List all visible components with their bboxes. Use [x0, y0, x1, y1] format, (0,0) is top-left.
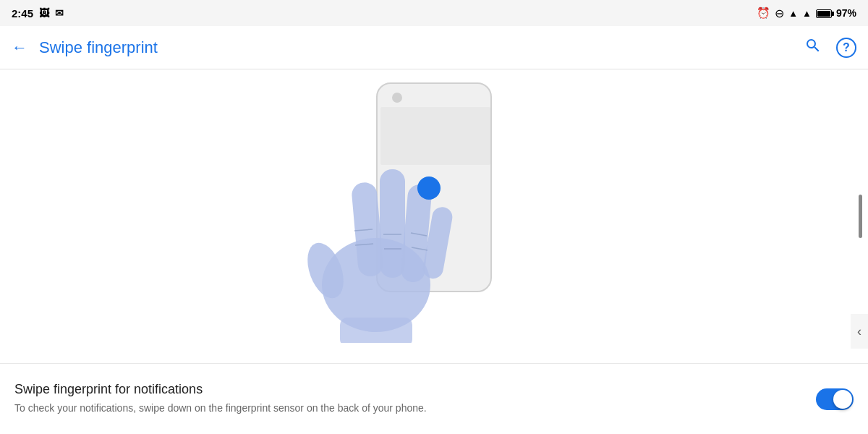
dnd-icon: ⊖ [775, 7, 784, 20]
svg-rect-3 [380, 169, 405, 278]
status-left: 2:45 🖼 ✉ [12, 7, 64, 20]
settings-text-block: Swipe fingerprint for notifications To c… [14, 382, 801, 416]
main-illustration-area: ‹ [0, 69, 868, 363]
fingerprint-sensor-dot [417, 176, 441, 200]
mail-icon: ✉ [55, 7, 64, 19]
app-bar: ← Swipe fingerprint ? [0, 26, 868, 69]
phone-camera [392, 93, 402, 103]
toggle-title: Swipe fingerprint for notifications [14, 382, 801, 397]
page-title: Swipe fingerprint [39, 38, 804, 57]
scrollbar-thumb[interactable] [859, 195, 862, 238]
fingerprint-notifications-toggle[interactable] [816, 388, 854, 410]
back-button[interactable]: ← [12, 38, 27, 57]
toggle-subtitle: To check your notifications, swipe down … [14, 401, 629, 416]
app-bar-actions: ? [804, 37, 856, 59]
alarm-icon: ⏰ [757, 7, 770, 20]
photo-icon: 🖼 [39, 7, 49, 19]
battery-container [816, 8, 832, 19]
status-icons: ⏰ ⊖ ▲ ▲ 97% [757, 7, 856, 20]
toggle-thumb [833, 390, 852, 409]
settings-row: Swipe fingerprint for notifications To c… [0, 363, 868, 434]
status-bar: 2:45 🖼 ✉ ⏰ ⊖ ▲ ▲ 97% [0, 0, 868, 26]
search-button[interactable] [804, 37, 822, 59]
battery-percent: 97% [836, 7, 856, 19]
help-button[interactable]: ? [836, 38, 856, 58]
signal-icon: ▲ [802, 8, 812, 19]
collapse-panel-button[interactable]: ‹ [851, 314, 868, 349]
time-display: 2:45 [12, 7, 33, 20]
hand-illustration [282, 126, 463, 346]
wifi-icon: ▲ [788, 8, 798, 19]
svg-rect-12 [340, 318, 412, 343]
